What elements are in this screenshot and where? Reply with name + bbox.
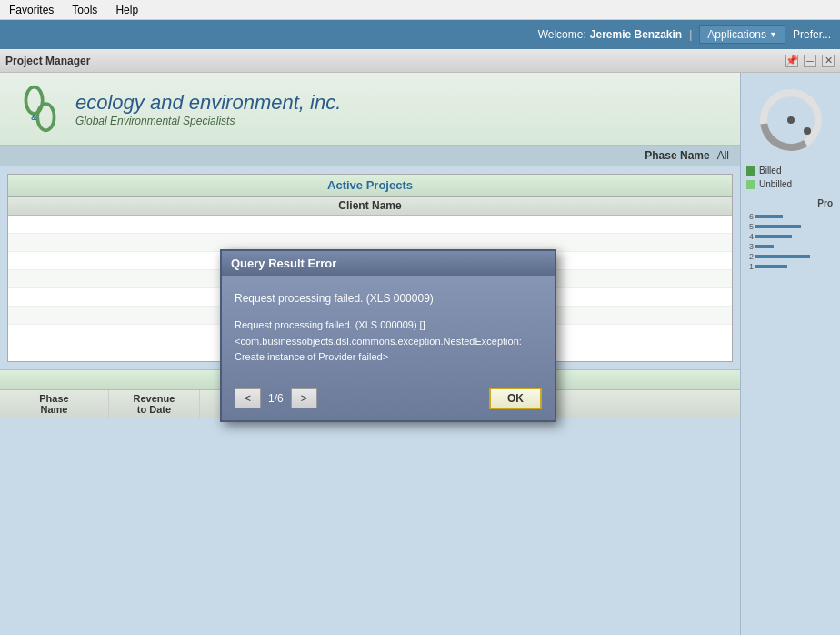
menu-favorites[interactable]: Favorites [5, 3, 57, 17]
preferences-button[interactable]: Prefer... [793, 28, 831, 41]
dialog-nav: < 1/6 > [235, 388, 317, 408]
main-content: & ecology and environment, inc. Global E… [0, 73, 840, 635]
pro-title: Pro [745, 198, 836, 208]
chart-label-1: 1 [745, 262, 754, 271]
header-bar: Welcome: Jeremie Benzakin | Applications… [0, 20, 840, 49]
panel-title: Project Manager [5, 55, 780, 67]
chart-bar-5 [755, 225, 801, 228]
left-panel: & ecology and environment, inc. Global E… [0, 73, 740, 635]
dialog-footer: < 1/6 > OK [222, 380, 555, 420]
svg-point-5 [787, 116, 795, 124]
legend-billed: Billed [745, 164, 836, 177]
chart-row-2: 2 [745, 252, 836, 261]
chart-area: 6 5 4 3 2 [745, 212, 836, 271]
page-indicator: 1/6 [265, 392, 287, 405]
applications-button[interactable]: Applications ▼ [699, 25, 785, 44]
chart-row-3: 3 [745, 242, 836, 251]
chart-label-2: 2 [745, 252, 754, 261]
panel-titlebar: Project Manager 📌 ─ ✕ [0, 49, 840, 73]
panel-close-icon[interactable]: ✕ [822, 55, 835, 67]
dialog-body: Request processing failed. (XLS 000009) … [222, 276, 555, 380]
dialog-message-primary: Request processing failed. (XLS 000009) [235, 290, 542, 307]
chart-row-1: 1 [745, 262, 836, 271]
gauge-container [755, 84, 827, 156]
dialog-titlebar: Query Result Error [222, 251, 555, 276]
legend-unbilled: Unbilled [745, 177, 836, 191]
chart-bar-4 [755, 235, 792, 238]
menu-help[interactable]: Help [112, 3, 142, 17]
chart-row-4: 4 [745, 232, 836, 241]
welcome-label: Welcome: [538, 28, 586, 41]
right-panel: Billed Unbilled Pro 6 5 4 [740, 73, 840, 635]
username-label: Jeremie Benzakin [590, 28, 682, 41]
menubar: Favorites Tools Help [0, 0, 840, 20]
chart-bar-3 [755, 245, 774, 248]
dialog-message-secondary: Request processing failed. (XLS 000009) … [235, 318, 542, 366]
chart-row-5: 5 [745, 222, 836, 231]
applications-dropdown-icon: ▼ [769, 30, 777, 39]
chart-bar-6 [755, 215, 783, 218]
panel-minimize-icon[interactable]: ─ [804, 55, 816, 67]
chart-bar-2 [755, 255, 810, 258]
chart-bar-1 [755, 265, 787, 268]
error-dialog: Query Result Error Request processing fa… [220, 249, 556, 422]
menu-tools[interactable]: Tools [68, 3, 101, 17]
chart-label-3: 3 [745, 242, 754, 251]
dialog-title: Query Result Error [231, 257, 336, 270]
prev-page-button[interactable]: < [235, 388, 261, 408]
panel-title-prefix: P [5, 55, 13, 67]
unbilled-legend-label: Unbilled [759, 179, 792, 189]
chart-row-6: 6 [745, 212, 836, 221]
billed-legend-box [746, 166, 755, 176]
ok-button[interactable]: OK [489, 388, 542, 409]
legend-section: Billed Unbilled [745, 164, 836, 191]
unbilled-legend-box [746, 180, 755, 189]
svg-point-6 [804, 127, 811, 135]
billed-legend-label: Billed [759, 166, 781, 176]
dialog-overlay: Query Result Error Request processing fa… [0, 73, 740, 635]
chart-label-6: 6 [745, 212, 754, 221]
chart-label-5: 5 [745, 222, 754, 231]
next-page-button[interactable]: > [291, 388, 317, 408]
gauge-chart [755, 84, 827, 156]
pro-section: Pro 6 5 4 3 [745, 198, 836, 271]
chart-label-4: 4 [745, 232, 754, 241]
header-separator: | [689, 28, 692, 41]
panel-pin-icon[interactable]: 📌 [785, 55, 798, 67]
